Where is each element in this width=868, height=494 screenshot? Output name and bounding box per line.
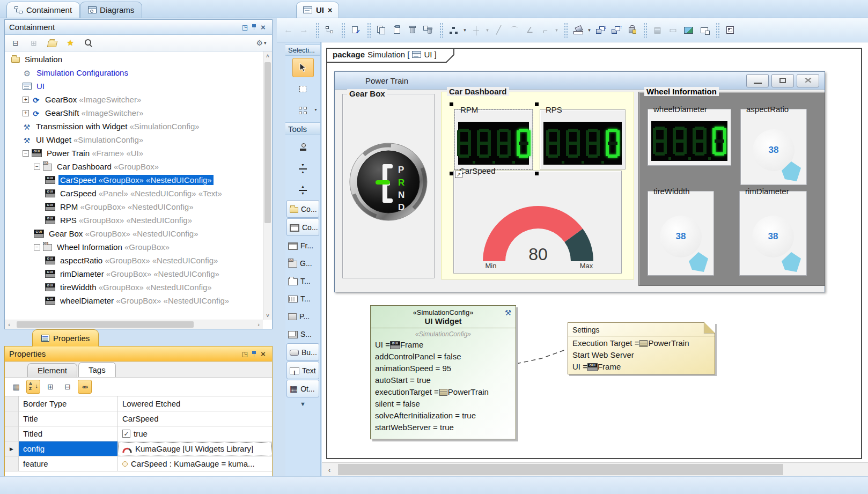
- tab-diagrams[interactable]: Diagrams: [80, 2, 142, 18]
- star-button[interactable]: [64, 36, 77, 49]
- collapse-toggle-icon[interactable]: −: [34, 164, 40, 170]
- push-down-tool[interactable]: ▼▲: [292, 159, 314, 178]
- palette-item-containers-folder[interactable]: Co...: [286, 200, 319, 218]
- toolbar-group-handle[interactable]: [716, 23, 719, 38]
- carspeed-gauge-group[interactable]: CarSpeed 80 Min Max: [453, 171, 622, 274]
- fill-color-button[interactable]: [571, 23, 585, 38]
- paste-button[interactable]: [389, 23, 404, 38]
- collapse-toggle-icon[interactable]: −: [23, 150, 29, 157]
- toolbar-group-handle[interactable]: [315, 23, 319, 38]
- validate-button[interactable]: ✓: [348, 23, 363, 38]
- expand-toggle-icon[interactable]: +: [23, 110, 29, 116]
- multiple-select-tool[interactable]: ▾: [292, 101, 314, 120]
- tab-element[interactable]: Element: [27, 363, 77, 377]
- toolbar-group-handle[interactable]: [643, 23, 647, 38]
- property-row[interactable]: Titled✓true: [5, 426, 272, 441]
- tree-horizontal-scrollbar[interactable]: ‹ ›: [5, 320, 263, 329]
- pin-panel-icon[interactable]: [249, 350, 259, 358]
- tree-item[interactable]: Simulation Configurations: [5, 66, 263, 79]
- tab-properties[interactable]: Properties: [32, 329, 99, 346]
- rim-diameter-group[interactable]: rimDiameter 38: [739, 191, 807, 276]
- forward-button[interactable]: →: [297, 23, 311, 38]
- settings-note[interactable]: Settings Execution Target = PowerTrainSt…: [568, 322, 715, 374]
- tab-ui-diagram[interactable]: UI ×: [296, 2, 339, 18]
- delete-button[interactable]: [405, 23, 420, 38]
- tree-item[interactable]: GUItireWiddth «GroupBox» «NestedUIConfig…: [5, 281, 263, 294]
- close-button[interactable]: ✕: [797, 74, 819, 87]
- tab-containment[interactable]: Containment: [6, 2, 80, 18]
- property-value[interactable]: CarSpeed : KumaGauge = kuma...: [118, 456, 272, 471]
- palette-more-button[interactable]: ▼: [285, 401, 320, 407]
- show-shape-button[interactable]: [697, 23, 711, 38]
- tab-tags[interactable]: Tags: [78, 362, 116, 377]
- toolbar-group-handle[interactable]: [367, 23, 371, 38]
- categorized-view-button[interactable]: [9, 380, 23, 394]
- fill-color-dropdown-icon[interactable]: ▾: [586, 23, 592, 38]
- compartments-button[interactable]: ▤: [650, 23, 665, 38]
- expand-shape-icon[interactable]: ↗: [455, 171, 462, 178]
- palette-item-frame[interactable]: Fr...: [285, 237, 320, 254]
- layout-options-button[interactable]: [723, 23, 737, 38]
- tree-item[interactable]: GUIwheelDiameter «GroupBox» «NestedUICon…: [5, 294, 263, 307]
- knob-handle-icon[interactable]: [778, 160, 803, 182]
- rps-display-group[interactable]: RPS: [540, 109, 626, 169]
- format-painter-button[interactable]: [624, 23, 639, 38]
- pin-panel-icon[interactable]: [249, 23, 259, 32]
- property-row[interactable]: featureCarSpeed : KumaGauge = kuma...: [5, 456, 272, 471]
- scroll-left-icon[interactable]: ‹: [324, 464, 335, 475]
- align-button[interactable]: ┼: [469, 23, 483, 38]
- bring-to-front-button[interactable]: ↑: [609, 23, 623, 38]
- line-rectilinear-button[interactable]: ⌐: [538, 23, 553, 38]
- aspect-ratio-group[interactable]: aspectRatio 38: [740, 109, 807, 185]
- tree-item[interactable]: GUIGear Box «GroupBox» «NestedUIConfig»: [5, 227, 263, 240]
- expand-toggle-icon[interactable]: +: [23, 97, 29, 103]
- tree-item[interactable]: −GBWheel Information «GroupBox»: [5, 240, 263, 254]
- maximize-button[interactable]: [771, 74, 794, 87]
- show-containment-button[interactable]: [322, 23, 337, 38]
- palette-item-groupbox[interactable]: GBG...: [285, 254, 320, 272]
- palette-item-button[interactable]: Bu...: [286, 343, 319, 361]
- line-curved-button[interactable]: ⌒: [507, 23, 521, 38]
- palette-item-scrollpane[interactable]: S...: [285, 325, 320, 343]
- marquee-select-tool[interactable]: [292, 79, 314, 99]
- property-row[interactable]: ▶configKumaGauge [UI Widgets Library]: [5, 441, 272, 456]
- tree-item[interactable]: −GUIPower Train «Frame» «UI»: [5, 146, 263, 160]
- tree-item[interactable]: GUICarSpeed «GroupBox» «NestedUIConfig»: [5, 173, 263, 187]
- expand-all-button[interactable]: [43, 380, 57, 394]
- tree-item[interactable]: UI Widget «SimulationConfig»: [5, 133, 263, 146]
- checkbox-checked-icon[interactable]: ✓: [122, 430, 130, 438]
- palette-item-tabbedpane[interactable]: T...: [285, 272, 320, 290]
- tree-item[interactable]: +GearShift «ImageSwitcher»: [5, 106, 263, 120]
- palette-item-panel[interactable]: P...: [285, 307, 320, 325]
- tire-width-group[interactable]: tireWiddth 38: [648, 191, 714, 276]
- canvas-horizontal-scrollbar[interactable]: ‹: [322, 462, 868, 476]
- select-cursor-tool[interactable]: [292, 58, 314, 77]
- tree-item[interactable]: GUICarSpeed «Panel» «NestedUIConfig» «Te…: [5, 187, 263, 200]
- insert-image-button[interactable]: [681, 23, 696, 38]
- stamp-tool[interactable]: [292, 137, 314, 157]
- tree-item[interactable]: +GearBox «ImageSwitcher»: [5, 93, 263, 106]
- power-train-frame[interactable]: Power Train ✕ Gear Box: [334, 71, 825, 292]
- tree-item[interactable]: Transmission with Widget «SimulationConf…: [5, 120, 263, 133]
- scroll-right-icon[interactable]: ›: [254, 320, 263, 329]
- property-value[interactable]: CarSpeed: [118, 411, 272, 426]
- quick-layout-dropdown-icon[interactable]: ▾: [462, 23, 468, 38]
- knob-handle-icon[interactable]: [778, 250, 803, 273]
- copy-button[interactable]: [374, 23, 388, 38]
- scroll-left-icon[interactable]: ‹: [5, 320, 13, 329]
- selection-handle[interactable]: [535, 102, 539, 106]
- knob-handle-icon[interactable]: [686, 250, 710, 273]
- tree-vscroll-thumb[interactable]: [264, 62, 271, 223]
- delete-from-view-button[interactable]: [421, 23, 435, 38]
- notes-button[interactable]: ▭: [666, 23, 680, 38]
- diagram-canvas[interactable]: package Simulation [ UI ] Power Train ✕: [322, 42, 868, 462]
- tree-hscroll-thumb[interactable]: [17, 321, 194, 328]
- gear-box-group[interactable]: Gear Box: [342, 94, 435, 278]
- scroll-down-icon[interactable]: ˅: [263, 311, 272, 320]
- line-oblique-button[interactable]: ∠: [523, 23, 537, 38]
- float-panel-icon[interactable]: ◳: [240, 350, 249, 358]
- close-tab-icon[interactable]: ×: [328, 6, 332, 14]
- show-stereotypes-button[interactable]: «»: [78, 380, 92, 394]
- link-with-tree-button[interactable]: [27, 36, 40, 49]
- palette-item-toolbar[interactable]: T...: [285, 290, 320, 307]
